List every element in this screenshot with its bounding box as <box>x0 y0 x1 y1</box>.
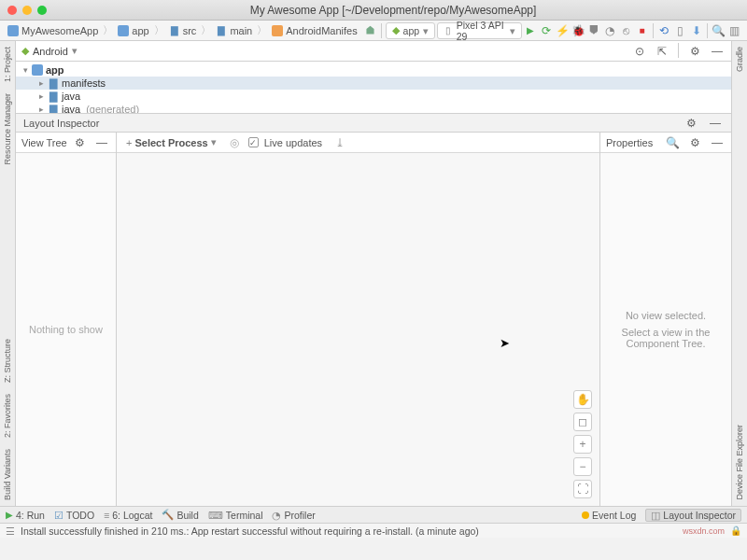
apply-code-changes-button[interactable]: ⚡ <box>556 22 570 39</box>
left-tool-rail: 1: Project Resource Manager Z: Structure… <box>0 41 16 506</box>
coverage-button[interactable]: ⛊ <box>587 22 601 39</box>
tree-node-manifests[interactable]: ▸ ▇ manifests <box>16 77 731 90</box>
properties-panel: Properties 🔍 ⚙ — No view selected. Selec… <box>600 133 731 506</box>
breadcrumb-label: main <box>230 25 252 36</box>
breadcrumb-label: src <box>183 25 197 36</box>
gear-icon[interactable]: ⚙ <box>71 134 88 151</box>
xml-file-icon <box>272 25 283 36</box>
tool-tab-gradle[interactable]: Gradle <box>735 41 744 77</box>
expand-toggle-icon[interactable]: ▾ <box>21 65 29 75</box>
zoom-in-button[interactable]: + <box>573 435 592 454</box>
gear-icon[interactable]: ⚙ <box>683 115 699 132</box>
zoom-out-button[interactable]: − <box>573 457 592 476</box>
tool-tab-run[interactable]: ▶ 4: Run <box>6 510 45 521</box>
tool-tab-logcat[interactable]: ≡ 6: Logcat <box>104 510 152 521</box>
chevron-right-icon: 〉 <box>102 23 114 37</box>
tree-node-label: manifests <box>62 77 106 89</box>
select-process-dropdown[interactable]: + Select Process ▾ <box>122 136 220 148</box>
stop-button[interactable]: ■ <box>635 22 649 39</box>
attach-debugger-button[interactable]: ⎋ <box>619 22 633 39</box>
breadcrumb[interactable]: MyAwesomeApp <box>6 25 100 36</box>
debug-button[interactable]: 🐞 <box>571 22 585 39</box>
divider <box>707 23 708 38</box>
center-column: ◆ Android ▾ ⊙ ⇱ ⚙ — ▾ app ▸ ▇ <box>16 41 731 506</box>
make-project-button[interactable] <box>363 22 377 39</box>
pan-tool-button[interactable]: ✋ <box>573 390 592 409</box>
tool-tab-label: Build <box>176 510 198 521</box>
tool-tab-project[interactable]: 1: Project <box>3 41 12 88</box>
export-button[interactable]: ⤓ <box>331 134 348 151</box>
phone-icon: ▯ <box>444 25 453 36</box>
run-config-label: app <box>403 25 420 36</box>
chevron-right-icon: 〉 <box>200 23 212 37</box>
hide-tool-window-button[interactable]: — <box>707 115 724 132</box>
chevron-right-icon: 〉 <box>153 23 165 37</box>
sdk-manager-button[interactable]: ⬇ <box>689 22 703 39</box>
expand-toggle-icon[interactable]: ▸ <box>37 91 45 101</box>
tree-node-app[interactable]: ▾ app <box>16 63 731 77</box>
hide-tool-window-button[interactable]: — <box>709 43 726 60</box>
profile-button[interactable]: ◔ <box>603 22 617 39</box>
hide-panel-button[interactable]: — <box>709 134 726 151</box>
tool-tab-label: TODO <box>66 510 94 521</box>
search-icon[interactable]: 🔍 <box>664 134 681 151</box>
zoom-fit-button[interactable]: ⛶ <box>573 480 592 498</box>
tool-tab-todo[interactable]: ☑ TODO <box>54 510 94 521</box>
gear-icon[interactable]: ⚙ <box>686 43 703 60</box>
expand-toggle-icon[interactable]: ▸ <box>37 78 45 88</box>
folder-icon: ▇ <box>169 25 180 36</box>
inspector-canvas[interactable]: ➤ ✋ ◻ + − ⛶ <box>117 153 599 506</box>
zoom-window-button[interactable] <box>37 6 47 15</box>
avd-manager-button[interactable]: ▯ <box>673 22 687 39</box>
project-tree: ▾ app ▸ ▇ manifests ▸ ▇ java ▸ ▇ java <box>16 62 731 114</box>
collapse-all-button[interactable]: ⇱ <box>654 43 670 60</box>
reset-view-button[interactable]: ◻ <box>573 413 592 431</box>
tool-tab-layout-inspector[interactable]: ◫ Layout Inspector <box>645 509 741 522</box>
right-tool-rail: Gradle Device File Explorer <box>731 41 747 506</box>
hide-panel-button[interactable]: — <box>93 134 110 151</box>
breadcrumb[interactable]: app <box>116 25 150 36</box>
tool-tab-resource-manager[interactable]: Resource Manager <box>3 88 12 171</box>
tool-tab-label: 6: Logcat <box>112 510 152 521</box>
tree-node-java[interactable]: ▸ ▇ java <box>16 90 731 103</box>
status-action-icon[interactable]: ☰ <box>6 525 15 537</box>
minimize-window-button[interactable] <box>22 6 32 15</box>
chevron-down-icon: ▾ <box>510 25 515 36</box>
device-selector[interactable]: ▯ Pixel 3 API 29 ▾ <box>437 22 521 39</box>
window-controls <box>7 6 47 15</box>
layout-inspector-icon: ◫ <box>651 510 660 521</box>
run-configuration-selector[interactable]: ◆ app ▾ <box>386 22 436 39</box>
properties-header: Properties 🔍 ⚙ — <box>600 133 731 153</box>
settings-button[interactable]: ▥ <box>727 22 741 39</box>
tree-node-java-generated[interactable]: ▸ ▇ java (generated) <box>16 103 731 114</box>
divider <box>678 43 679 58</box>
lock-icon[interactable]: 🔒 <box>730 525 741 536</box>
tool-tab-profiler[interactable]: ◔ Profiler <box>272 510 315 521</box>
tool-tab-build-variants[interactable]: Build Variants <box>3 443 12 506</box>
android-icon: ◆ <box>21 45 29 57</box>
snapshot-button[interactable]: ◎ <box>226 134 243 151</box>
tool-tab-terminal[interactable]: ⌨ Terminal <box>208 510 263 521</box>
tool-tab-device-file-explorer[interactable]: Device File Explorer <box>735 419 744 506</box>
todo-icon: ☑ <box>54 510 63 521</box>
close-window-button[interactable] <box>7 6 17 15</box>
breadcrumb-label: app <box>132 25 148 36</box>
run-button[interactable]: ▶ <box>524 22 538 39</box>
properties-empty: No view selected. Select a view in the C… <box>600 153 731 506</box>
project-view-mode-selector[interactable]: ◆ Android ▾ <box>21 45 78 57</box>
live-updates-checkbox[interactable] <box>248 137 259 147</box>
breadcrumb[interactable]: ▇ src <box>167 25 199 36</box>
tool-tab-structure[interactable]: Z: Structure <box>3 333 12 388</box>
apply-changes-button[interactable]: ⟳ <box>540 22 554 39</box>
breadcrumb[interactable]: ▇ main <box>214 25 254 36</box>
sync-project-button[interactable]: ⟲ <box>657 22 671 39</box>
scroll-from-source-button[interactable]: ⊙ <box>631 43 648 60</box>
tree-node-label: app <box>46 64 64 76</box>
tool-tab-build[interactable]: 🔨 Build <box>162 509 198 521</box>
gear-icon[interactable]: ⚙ <box>686 134 703 151</box>
breadcrumb[interactable]: AndroidManifes <box>270 25 359 36</box>
tool-tab-favorites[interactable]: 2: Favorites <box>3 388 12 443</box>
tool-tab-event-log[interactable]: Event Log <box>582 510 636 521</box>
search-everywhere-button[interactable]: 🔍 <box>712 22 726 39</box>
expand-toggle-icon[interactable]: ▸ <box>37 105 45 114</box>
